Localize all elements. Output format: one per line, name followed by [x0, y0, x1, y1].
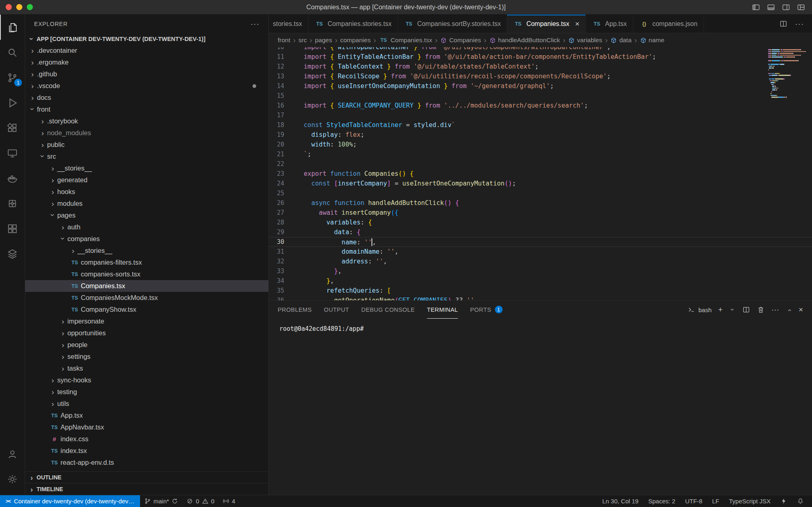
panel-tab-ports[interactable]: PORTS1 — [470, 301, 503, 319]
folder-.storybook[interactable]: ›.storybook — [25, 115, 268, 127]
folder-sync-hooks[interactable]: ›sync-hooks — [25, 374, 268, 386]
code-line-31[interactable]: 31 domainName: '', — [269, 247, 812, 257]
activity-layers[interactable] — [0, 241, 25, 266]
toggle-secondary-sidebar-icon[interactable] — [782, 3, 790, 12]
code-line-32[interactable]: 32 address: '', — [269, 257, 812, 266]
toggle-panel-icon[interactable] — [767, 3, 775, 12]
customize-layout-icon[interactable] — [797, 3, 806, 12]
new-terminal-icon[interactable]: + — [718, 305, 723, 314]
folder-opportunities[interactable]: ›opportunities — [25, 327, 268, 339]
folder-.vscode[interactable]: ›.vscode — [25, 80, 268, 92]
code-line-16[interactable]: 16import { SEARCH_COMPANY_QUERY } from '… — [269, 101, 812, 110]
folder-hooks[interactable]: ›hooks — [25, 186, 268, 198]
folder-tasks[interactable]: ›tasks — [25, 362, 268, 374]
cursor-position-status[interactable]: Ln 30, Col 19 — [597, 495, 643, 507]
minimize-window-button[interactable] — [16, 4, 22, 10]
code-line-17[interactable]: 17 — [269, 110, 812, 120]
remote-indicator[interactable]: >< Container dev-twenty-dev (dev-twenty-… — [0, 495, 140, 507]
file-Companies.tsx[interactable]: TSCompanies.tsx — [25, 280, 268, 292]
activity-source-control[interactable]: 1 — [0, 65, 25, 90]
code-line-13[interactable]: 13import { RecoilScope } from '@/ui/util… — [269, 71, 812, 81]
explorer-more-actions-icon[interactable]: ··· — [251, 19, 259, 28]
tab-stories.tsx[interactable]: stories.tsx — [269, 15, 309, 33]
folder-.ergomake[interactable]: ›.ergomake — [25, 56, 268, 68]
close-tab-icon[interactable]: × — [575, 19, 579, 28]
titlebar[interactable]: Companies.tsx — app [Container dev-twent… — [0, 0, 812, 15]
activity-remote-explorer[interactable] — [0, 140, 25, 166]
panel-tab-problems[interactable]: PROBLEMS — [278, 301, 312, 319]
encoding-status[interactable]: UTF-8 — [680, 495, 707, 507]
split-terminal-icon[interactable] — [742, 306, 750, 314]
tab-Companies.stories.tsx[interactable]: TSCompanies.stories.tsx — [309, 15, 398, 33]
activity-extensions[interactable] — [0, 115, 25, 140]
code-line-18[interactable]: 18const StyledTableContainer = styled.di… — [269, 120, 812, 130]
terminal-dropdown-icon[interactable]: › — [729, 306, 736, 313]
code-line-36[interactable]: 36 getOperationName(GET_COMPANIES) ?? ''… — [269, 296, 812, 300]
panel-tab-terminal[interactable]: TERMINAL — [427, 301, 458, 319]
code-line-28[interactable]: 28 variables: { — [269, 218, 812, 227]
folder-.github[interactable]: ›.github — [25, 68, 268, 80]
breadcrumb-item-front[interactable]: front — [278, 37, 290, 44]
code-line-10[interactable]: 10import { WithTopBarContainer } from '@… — [269, 47, 812, 52]
activity-explorer[interactable] — [0, 15, 25, 40]
folder-public[interactable]: ›public — [25, 139, 268, 151]
breadcrumb-item-companies[interactable]: companies — [340, 37, 371, 44]
eol-status[interactable]: LF — [707, 495, 724, 507]
tab-Companies.tsx[interactable]: TSCompanies.tsx× — [507, 15, 586, 33]
maximize-panel-icon[interactable]: › — [786, 307, 793, 313]
code-line-34[interactable]: 34 }, — [269, 276, 812, 286]
panel-tab-debug-console[interactable]: DEBUG CONSOLE — [361, 301, 415, 319]
close-window-button[interactable] — [6, 4, 12, 10]
code-line-11[interactable]: 11import { EntityTableActionBar } from '… — [269, 52, 812, 62]
folder-testing[interactable]: ›testing — [25, 386, 268, 398]
code-line-19[interactable]: 19 display: flex; — [269, 130, 812, 140]
activity-apps[interactable] — [0, 216, 25, 241]
activity-accounts[interactable] — [0, 441, 25, 466]
notifications[interactable] — [792, 495, 809, 507]
file-CompaniesMockMode.tsx[interactable]: TSCompaniesMockMode.tsx — [25, 292, 268, 304]
language-status[interactable]: TypeScript JSX — [724, 495, 775, 507]
code-line-29[interactable]: 29 data: { — [269, 227, 812, 237]
code-line-21[interactable]: 21`; — [269, 149, 812, 159]
file-index.css[interactable]: #index.css — [25, 433, 268, 445]
file-App.tsx[interactable]: TSApp.tsx — [25, 410, 268, 421]
folder-utils[interactable]: ›utils — [25, 398, 268, 410]
file-companies-sorts.tsx[interactable]: TScompanies-sorts.tsx — [25, 268, 268, 280]
folder-modules[interactable]: ›modules — [25, 198, 268, 209]
activity-settings[interactable] — [0, 466, 25, 492]
code-line-26[interactable]: 26 async function handleAddButtonClick()… — [269, 198, 812, 208]
toggle-sidebar-icon[interactable] — [752, 3, 760, 12]
folder-front[interactable]: ›front — [25, 104, 268, 115]
workspace-section-header[interactable]: › APP [CONTAINER DEV-TWENTY-DEV (DEV-TWE… — [25, 33, 268, 45]
folder-auth[interactable]: ›auth — [25, 221, 268, 233]
file-index.tsx[interactable]: TSindex.tsx — [25, 445, 268, 457]
breadcrumb-item-data[interactable]: data — [610, 37, 631, 44]
terminal-content[interactable]: root@0a42ecd84891:/app# — [269, 319, 812, 495]
code-line-33[interactable]: 33 }, — [269, 266, 812, 276]
panel-tab-output[interactable]: OUTPUT — [324, 301, 349, 319]
code-line-35[interactable]: 35 refetchQueries: [ — [269, 286, 812, 296]
timeline-section-header[interactable]: › TIMELINE — [25, 483, 268, 495]
folder-companies[interactable]: ›companies — [25, 233, 268, 245]
breadcrumb-item-variables[interactable]: variables — [568, 37, 602, 44]
folder-node_modules[interactable]: ›node_modules — [25, 127, 268, 139]
folder-src[interactable]: ›src — [25, 151, 268, 162]
folder-docs[interactable]: ›docs — [25, 92, 268, 104]
tab-companies.json[interactable]: {}companies.json — [633, 15, 704, 33]
zoom-window-button[interactable] — [27, 4, 33, 10]
file-companies-filters.tsx[interactable]: TScompanies-filters.tsx — [25, 257, 268, 268]
breadcrumb-item-Companies.tsx[interactable]: TSCompanies.tsx — [379, 37, 432, 44]
ports-status[interactable]: 4 — [218, 495, 239, 507]
language-extra-status[interactable] — [775, 495, 792, 507]
folder-.devcontainer[interactable]: ›.devcontainer — [25, 45, 268, 56]
file-react-app-env.d.ts[interactable]: TSreact-app-env.d.ts — [25, 457, 268, 468]
folder-__stories__[interactable]: ›__stories__ — [25, 245, 268, 257]
breadcrumb-item-name[interactable]: name — [640, 37, 665, 44]
code-line-20[interactable]: 20 width: 100%; — [269, 140, 812, 149]
code-line-30[interactable]: 30 name: '', — [269, 237, 812, 247]
outline-section-header[interactable]: › OUTLINE — [25, 471, 268, 483]
minimap[interactable] — [768, 49, 807, 98]
split-editor-icon[interactable] — [779, 19, 788, 28]
code-line-25[interactable]: 25 — [269, 188, 812, 198]
activity-run-debug[interactable] — [0, 90, 25, 115]
